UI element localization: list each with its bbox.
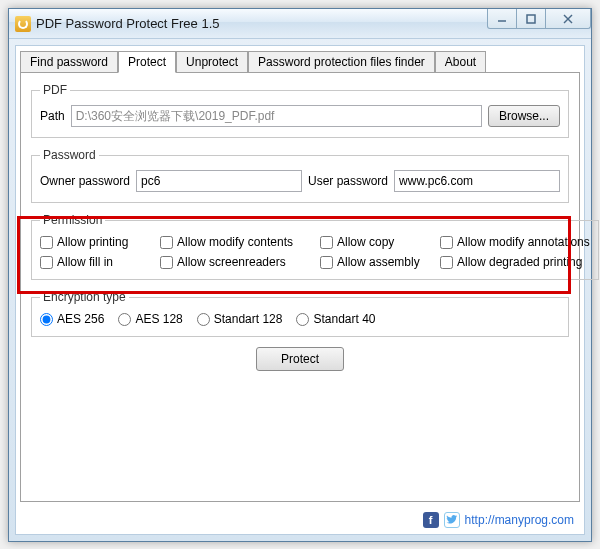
tab-find-password[interactable]: Find password [20,51,118,73]
tab-about[interactable]: About [435,51,486,73]
owner-password-label: Owner password [40,174,130,188]
footer: f http://manyprog.com [423,512,574,528]
svg-rect-1 [527,15,535,23]
user-password-input[interactable] [394,170,560,192]
checkbox-allow-printing[interactable]: Allow printing [40,235,160,249]
checkbox-allow-modify-contents[interactable]: Allow modify contents [160,235,320,249]
client-area: Find password Protect Unprotect Password… [15,45,585,535]
encryption-legend: Encryption type [40,290,129,304]
path-label: Path [40,109,65,123]
footer-link[interactable]: http://manyprog.com [465,513,574,527]
permission-legend: Permission [40,213,105,227]
checkbox-allow-modify-annotations[interactable]: Allow modify annotations [440,235,590,249]
tab-unprotect[interactable]: Unprotect [176,51,248,73]
app-icon [15,16,31,32]
checkbox-allow-degraded-printing[interactable]: Allow degraded printing [440,255,590,269]
path-input[interactable] [71,105,482,127]
tab-bar: Find password Protect Unprotect Password… [20,51,580,73]
password-group: Password Owner password User password [31,148,569,203]
twitter-icon[interactable] [444,512,460,528]
maximize-button[interactable] [516,9,546,29]
radio-aes128[interactable]: AES 128 [118,312,182,326]
pdf-legend: PDF [40,83,70,97]
protect-button[interactable]: Protect [256,347,344,371]
checkbox-allow-assembly[interactable]: Allow assembly [320,255,440,269]
titlebar: PDF Password Protect Free 1.5 [9,9,591,39]
radio-standart128[interactable]: Standart 128 [197,312,283,326]
tab-protect[interactable]: Protect [118,51,176,73]
radio-aes256[interactable]: AES 256 [40,312,104,326]
radio-standart40[interactable]: Standart 40 [296,312,375,326]
tab-files-finder[interactable]: Password protection files finder [248,51,435,73]
password-legend: Password [40,148,99,162]
encryption-group: Encryption type AES 256 AES 128 Standart… [31,290,569,337]
tab-body-protect: PDF Path Browse... Password Owner passwo… [20,72,580,502]
permission-group: Permission Allow printing Allow modify c… [31,213,599,280]
close-button[interactable] [545,9,591,29]
facebook-icon[interactable]: f [423,512,439,528]
window-controls [488,9,591,38]
minimize-button[interactable] [487,9,517,29]
owner-password-input[interactable] [136,170,302,192]
window-title: PDF Password Protect Free 1.5 [36,16,488,31]
checkbox-allow-copy[interactable]: Allow copy [320,235,440,249]
user-password-label: User password [308,174,388,188]
pdf-group: PDF Path Browse... [31,83,569,138]
browse-button[interactable]: Browse... [488,105,560,127]
checkbox-allow-fill-in[interactable]: Allow fill in [40,255,160,269]
checkbox-allow-screenreaders[interactable]: Allow screenreaders [160,255,320,269]
app-window: PDF Password Protect Free 1.5 Find passw… [8,8,592,542]
